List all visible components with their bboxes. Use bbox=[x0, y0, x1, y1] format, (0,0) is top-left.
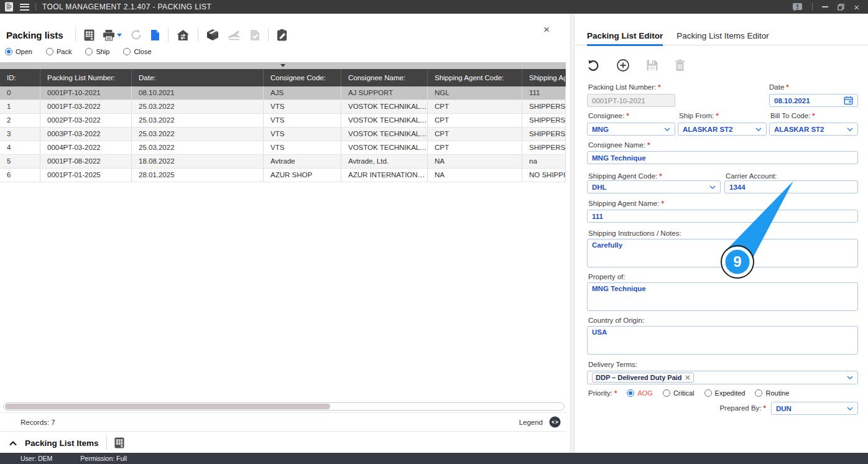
table-row[interactable]: 50001PT-08-202218.08.2022AvtradeAvtrade,… bbox=[0, 155, 565, 169]
tab-packing-list-editor[interactable]: Packing List Editor bbox=[587, 29, 663, 45]
filter-radio-ship[interactable]: Ship bbox=[85, 48, 109, 55]
remove-tag-icon[interactable] bbox=[685, 375, 690, 380]
table-row[interactable]: 00001PT-10-202108.10.2021AJSAJ SUPPORTNG… bbox=[0, 86, 565, 100]
delivery-terms-multiselect[interactable]: DDP – Delivered Duty Paid bbox=[587, 371, 858, 384]
radio-icon bbox=[85, 48, 93, 55]
table-cell: VTS bbox=[264, 128, 341, 141]
table-cell: VTS bbox=[264, 100, 341, 113]
title-bar: TOOL MANAGEMENT 2.1.407 - PACKING LIST × bbox=[0, 0, 868, 14]
field-label-packing-list-number: Packing List Number:* bbox=[588, 83, 661, 91]
items-export-excel-button[interactable] bbox=[114, 437, 124, 448]
new-packing-list-button[interactable] bbox=[150, 29, 160, 41]
table-row[interactable]: 20002PT-03-202225.03.2022VTSVOSTOK TECHN… bbox=[0, 114, 565, 128]
field-label-country-of-origin: Country of Origin: bbox=[588, 317, 644, 324]
column-header[interactable]: Consignee Code: bbox=[264, 69, 341, 86]
print-dropdown-caret[interactable] bbox=[117, 34, 122, 37]
minimize-button[interactable] bbox=[822, 6, 828, 7]
table-cell: VOSTOK TECHNIKAL SERVICES bbox=[341, 100, 428, 113]
menu-hamburger-icon[interactable] bbox=[20, 4, 29, 11]
shipping-agent-code-select[interactable]: DHL bbox=[587, 180, 721, 193]
panel-splitter[interactable] bbox=[570, 14, 575, 453]
priority-radio-aog[interactable]: AOG bbox=[627, 389, 652, 397]
consignee-select[interactable]: MNG bbox=[587, 123, 675, 136]
table-cell: 25.03.2022 bbox=[132, 128, 264, 141]
export-excel-button[interactable] bbox=[84, 29, 95, 41]
column-header[interactable]: Shipping Agent Name: bbox=[522, 69, 566, 86]
status-user: User: DEM bbox=[21, 455, 52, 462]
table-row[interactable]: 10001PT-03-202225.03.2022VTSVOSTOK TECHN… bbox=[0, 100, 565, 114]
required-asterisk: * bbox=[647, 141, 650, 149]
filter-radio-close[interactable]: Close bbox=[123, 48, 151, 55]
priority-radio-expedited[interactable]: Expedited bbox=[704, 389, 746, 397]
column-header[interactable]: Consignee Name: bbox=[341, 69, 428, 86]
column-header[interactable]: Shipping Agent Code: bbox=[428, 69, 522, 86]
app-icon bbox=[4, 2, 14, 12]
table-cell: 4 bbox=[0, 141, 40, 154]
table-cell: 28.01.2025 bbox=[132, 169, 264, 182]
shipping-agent-name-input[interactable] bbox=[587, 210, 858, 223]
table-body: 00001PT-10-202108.10.2021AJSAJ SUPPORTNG… bbox=[0, 86, 566, 182]
table-cell: CPT bbox=[428, 100, 522, 113]
priority-radio-critical[interactable]: Critical bbox=[663, 389, 695, 397]
titlebar-separator bbox=[35, 3, 36, 11]
chevron-down-icon bbox=[755, 128, 762, 131]
ship-from-select[interactable]: ALASKAR ST2 bbox=[678, 123, 767, 136]
packing-list-number-input bbox=[587, 94, 675, 107]
print-button[interactable] bbox=[103, 29, 122, 41]
table-row[interactable]: 40004PT-03-202225.03.2022VTSVOSTOK TECHN… bbox=[0, 141, 565, 155]
close-panel-button[interactable]: × bbox=[540, 24, 553, 36]
editor-delete-button bbox=[675, 59, 685, 72]
table-cell: VOSTOK TECHNIKAL SERVICES bbox=[341, 114, 428, 127]
consignee-name-input[interactable] bbox=[587, 151, 858, 164]
table-row[interactable]: 60001PT-01-202528.01.2025AZUR SHOPAZUR I… bbox=[0, 169, 565, 182]
legend-label: Legend bbox=[519, 419, 543, 426]
scrollbar-thumb[interactable] bbox=[5, 404, 330, 409]
restore-button[interactable] bbox=[838, 4, 844, 11]
table-cell: 0001PT-08-2022 bbox=[40, 155, 132, 168]
property-of-textarea[interactable]: MNG Technique bbox=[587, 282, 858, 311]
close-window-button[interactable]: × bbox=[854, 2, 859, 12]
priority-radio-routine[interactable]: Routine bbox=[755, 389, 789, 397]
ship-button bbox=[227, 30, 242, 40]
bill-to-code-select[interactable]: ALASKAR ST2 bbox=[769, 123, 858, 136]
editor-refresh-button[interactable] bbox=[587, 59, 600, 72]
shipping-instructions-textarea[interactable]: Carefully bbox=[587, 239, 858, 267]
collapse-section-chevron-icon[interactable] bbox=[9, 440, 17, 446]
filter-radio-open[interactable]: Open bbox=[5, 48, 32, 55]
field-label-consignee: Consignee:* bbox=[588, 112, 629, 119]
records-count: Records: 7 bbox=[21, 419, 55, 426]
column-header[interactable]: Packing List Number: bbox=[40, 69, 132, 86]
column-header[interactable]: Date: bbox=[132, 69, 264, 86]
date-input[interactable]: 08.10.2021 bbox=[769, 94, 858, 107]
legend-eye-icon[interactable] bbox=[549, 416, 561, 428]
table-cell: 0001PT-01-2025 bbox=[40, 169, 132, 182]
calendar-icon[interactable] bbox=[844, 96, 853, 105]
edit-button[interactable] bbox=[277, 29, 287, 41]
feedback-icon[interactable] bbox=[792, 2, 803, 12]
country-of-origin-textarea[interactable]: USA bbox=[587, 326, 858, 355]
table-header-row: ID:Packing List Number:Date:Consignee Co… bbox=[0, 69, 566, 86]
horizontal-scrollbar[interactable] bbox=[3, 402, 565, 411]
carrier-account-input[interactable] bbox=[724, 180, 858, 193]
warehouse-button[interactable] bbox=[177, 29, 190, 41]
table-cell: 0001PT-03-2022 bbox=[40, 100, 132, 113]
editor-tab-strip: Packing List Editor Packing List Items E… bbox=[575, 29, 868, 45]
filter-radio-pack[interactable]: Pack bbox=[46, 48, 72, 55]
prepared-by-select[interactable]: DUN bbox=[771, 402, 858, 415]
required-asterisk: * bbox=[812, 112, 815, 119]
table-cell: 1 bbox=[0, 100, 40, 113]
tab-packing-list-items-editor[interactable]: Packing List Items Editor bbox=[676, 29, 769, 45]
editor-add-button[interactable] bbox=[616, 58, 630, 72]
field-label-date: Date* bbox=[769, 83, 789, 91]
table-cell: CPT bbox=[428, 128, 522, 141]
table-cell: 25.03.2022 bbox=[132, 100, 264, 113]
grid-collapse-strip[interactable] bbox=[0, 62, 566, 69]
table-row[interactable]: 30003PT-03-202225.03.2022VTSVOSTOK TECHN… bbox=[0, 128, 565, 141]
pack-button[interactable] bbox=[206, 29, 219, 41]
toolbar-separator bbox=[198, 28, 198, 42]
table-cell: AJ SUPPORT bbox=[341, 86, 428, 100]
table-cell: NO SHIPPING A bbox=[522, 169, 566, 182]
table-cell: 111 bbox=[522, 86, 566, 100]
window-title: TOOL MANAGEMENT 2.1.407 - PACKING LIST bbox=[42, 2, 211, 11]
column-header[interactable]: ID: bbox=[0, 69, 40, 86]
